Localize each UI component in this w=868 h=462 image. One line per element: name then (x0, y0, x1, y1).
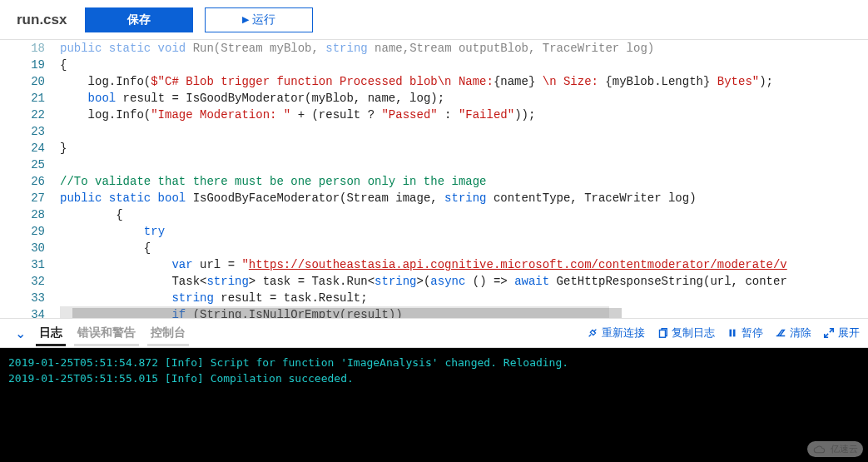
code-line[interactable]: 26//To validate that there must be one p… (0, 173, 868, 190)
code-content: string result = task.Result; (60, 290, 868, 306)
code-content: { (60, 206, 868, 223)
watermark-text: 亿速云 (831, 443, 858, 455)
plug-icon (587, 327, 598, 339)
code-line[interactable]: 31 var url = "https://southeastasia.api.… (0, 256, 868, 273)
log-line: 2019-01-25T05:51:55.015 [Info] Compilati… (8, 370, 860, 386)
play-icon: ▶ (242, 14, 249, 25)
panel-tab[interactable]: 错误和警告 (74, 320, 139, 346)
code-content: //To validate that there must be one per… (60, 173, 868, 190)
watermark: 亿速云 (807, 441, 863, 457)
code-line[interactable]: 22 log.Info("Image Moderation: " + (resu… (0, 107, 868, 123)
code-content: try (60, 223, 868, 240)
code-line[interactable]: 33 string result = task.Result; (0, 290, 868, 306)
log-line: 2019-01-25T05:51:54.872 [Info] Script fo… (8, 355, 860, 370)
save-button[interactable]: 保存 (85, 7, 193, 32)
run-button[interactable]: ▶ 运行 (205, 7, 313, 32)
code-content: log.Info($"C# Blob trigger function Proc… (60, 73, 868, 90)
svg-rect-0 (660, 330, 666, 338)
code-content (60, 156, 868, 173)
line-number: 27 (0, 190, 60, 206)
svg-rect-1 (730, 330, 732, 337)
code-line[interactable]: 30 { (0, 240, 868, 256)
code-content: public static void Run(Stream myBlob, st… (60, 40, 868, 57)
code-line[interactable]: 25 (0, 156, 868, 173)
line-number: 19 (0, 57, 60, 73)
code-content: { (60, 240, 868, 256)
run-button-label: 运行 (252, 12, 275, 27)
line-number: 21 (0, 90, 60, 107)
line-number: 24 (0, 140, 60, 156)
reconnect-label: 重新连接 (602, 325, 645, 340)
clear-icon (775, 327, 786, 339)
line-number: 26 (0, 173, 60, 190)
line-number: 33 (0, 290, 60, 306)
line-number: 28 (0, 206, 60, 223)
svg-rect-2 (733, 330, 736, 337)
clear-button[interactable]: 清除 (775, 325, 811, 340)
line-number: 30 (0, 240, 60, 256)
clear-label: 清除 (790, 325, 811, 340)
line-number: 31 (0, 256, 60, 273)
code-line[interactable]: 29 try (0, 223, 868, 240)
line-number: 23 (0, 123, 60, 140)
filename: run.csx (10, 12, 73, 28)
log-console[interactable]: 2019-01-25T05:51:54.872 [Info] Script fo… (0, 348, 868, 462)
pause-icon (727, 327, 738, 339)
copy-logs-label: 复制日志 (672, 325, 715, 340)
line-number: 20 (0, 73, 60, 90)
copy-logs-button[interactable]: 复制日志 (657, 325, 715, 340)
line-number: 32 (0, 273, 60, 290)
top-bar: run.csx 保存 ▶ 运行 (0, 0, 868, 40)
expand-button[interactable]: 展开 (823, 325, 860, 340)
code-content: bool result = IsGoodByModerator(myBlob, … (60, 90, 868, 107)
expand-label: 展开 (838, 325, 860, 340)
reconnect-button[interactable]: 重新连接 (587, 325, 645, 340)
line-number: 18 (0, 40, 60, 57)
expand-icon (823, 327, 835, 339)
code-content: log.Info("Image Moderation: " + (result … (60, 107, 868, 123)
code-line[interactable]: 23 (0, 123, 868, 140)
code-content: Task<string> task = Task.Run<string>(asy… (60, 273, 868, 290)
code-content: { (60, 57, 868, 73)
code-editor[interactable]: 18public static void Run(Stream myBlob, … (0, 40, 868, 318)
code-line[interactable]: 18public static void Run(Stream myBlob, … (0, 40, 868, 57)
copy-icon (657, 327, 668, 339)
cloud-icon (812, 445, 827, 455)
line-number: 22 (0, 107, 60, 123)
panel-tab[interactable]: 日志 (36, 320, 66, 346)
code-line[interactable]: 19{ (0, 57, 868, 73)
code-content: } (60, 140, 868, 156)
collapse-panel-icon[interactable]: ⌄ (8, 325, 32, 341)
panel-tabs: 日志错误和警告控制台 (36, 320, 189, 346)
code-line[interactable]: 20 log.Info($"C# Blob trigger function P… (0, 73, 868, 90)
code-line[interactable]: 28 { (0, 206, 868, 223)
line-number: 25 (0, 156, 60, 173)
panel-tab[interactable]: 控制台 (147, 320, 189, 346)
panel-actions: 重新连接 复制日志 暂停 清除 展开 (587, 325, 860, 340)
horizontal-scrollbar[interactable] (72, 308, 622, 318)
code-line[interactable]: 24} (0, 140, 868, 156)
pause-button[interactable]: 暂停 (727, 325, 763, 340)
panel-bar: ⌄ 日志错误和警告控制台 重新连接 复制日志 暂停 清除 展开 (0, 318, 868, 348)
pause-label: 暂停 (742, 325, 763, 340)
line-number: 34 (0, 306, 60, 318)
code-content (60, 123, 868, 140)
code-line[interactable]: 27public static bool IsGoodByFaceModerat… (0, 190, 868, 206)
code-line[interactable]: 32 Task<string> task = Task.Run<string>(… (0, 273, 868, 290)
code-content: var url = "https://southeastasia.api.cog… (60, 256, 868, 273)
line-number: 29 (0, 223, 60, 240)
code-content: public static bool IsGoodByFaceModerator… (60, 190, 868, 206)
code-line[interactable]: 21 bool result = IsGoodByModerator(myBlo… (0, 90, 868, 107)
